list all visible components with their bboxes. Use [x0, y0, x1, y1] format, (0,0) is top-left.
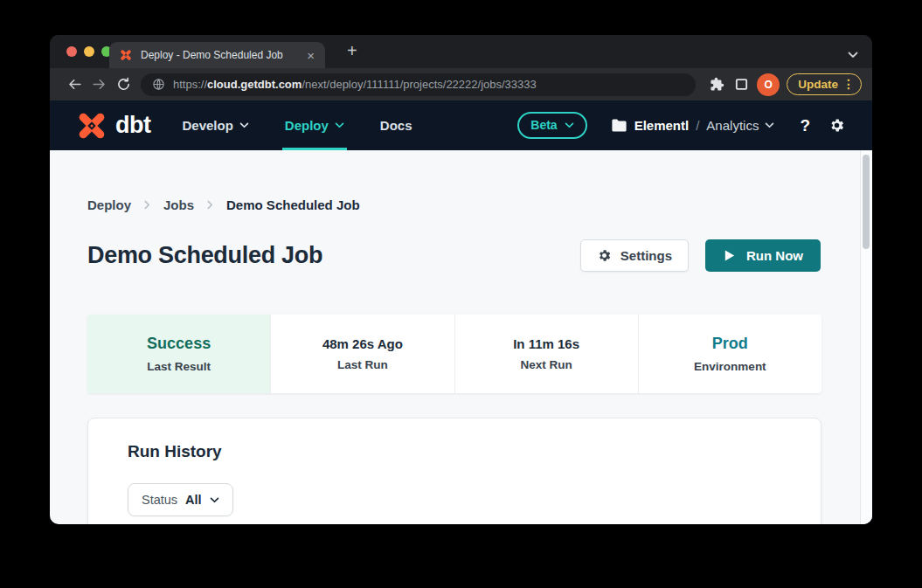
- breadcrumb-jobs[interactable]: Jobs: [163, 197, 194, 212]
- close-window-button[interactable]: [66, 46, 77, 57]
- tab-search-chevron-icon[interactable]: [848, 46, 858, 62]
- last-result-label: Last Result: [147, 360, 211, 373]
- chevron-right-icon: [207, 200, 213, 210]
- page-title: Demo Scheduled Job: [87, 242, 322, 269]
- chevron-down-icon: [239, 122, 249, 128]
- next-run-value: In 11m 16s: [513, 336, 579, 351]
- browser-menu-icon[interactable]: ⋮: [842, 77, 855, 91]
- last-result-value: Success: [147, 335, 211, 353]
- gear-icon: [597, 248, 612, 263]
- chevron-right-icon: [144, 200, 150, 210]
- update-browser-button[interactable]: Update ⋮: [787, 73, 862, 95]
- folder-icon: [611, 118, 627, 133]
- environment-value: Prod: [712, 335, 748, 353]
- job-stats-row: Success Last Result 48m 26s Ago Last Run…: [87, 315, 821, 393]
- breadcrumb-current: Demo Scheduled Job: [226, 197, 360, 212]
- settings-gear-icon[interactable]: [828, 117, 845, 134]
- dbt-logo-icon: [74, 108, 109, 143]
- stat-last-result: Success Last Result: [87, 315, 271, 393]
- extensions-puzzle-icon[interactable]: [704, 73, 729, 97]
- run-history-title: Run History: [128, 442, 821, 461]
- side-panel-icon[interactable]: [729, 73, 753, 97]
- run-history-card: Run History Status All: [87, 418, 821, 524]
- url-address-bar[interactable]: https://cloud.getdbt.com/next/deploy/111…: [141, 73, 696, 96]
- play-icon: [723, 249, 736, 262]
- scrollbar-thumb[interactable]: [863, 155, 870, 249]
- tab-strip: Deploy - Demo Scheduled Job × +: [50, 35, 872, 68]
- breadcrumb: Deploy Jobs Demo Scheduled Job: [87, 197, 360, 212]
- dbt-brand[interactable]: dbt: [74, 108, 150, 143]
- dbt-favicon-icon: [119, 48, 133, 62]
- main-nav: Develop Deploy Docs: [182, 100, 447, 150]
- status-filter-dropdown[interactable]: Status All: [128, 483, 233, 516]
- site-globe-icon[interactable]: [152, 78, 165, 91]
- chevron-down-icon: [765, 122, 774, 128]
- navbar-right: Beta Elementl / Analytics ?: [517, 112, 845, 139]
- browser-tab[interactable]: Deploy - Demo Scheduled Job ×: [109, 42, 325, 68]
- nav-item-deploy[interactable]: Deploy: [285, 100, 344, 150]
- tab-close-icon[interactable]: ×: [303, 47, 318, 64]
- back-icon[interactable]: [62, 73, 87, 97]
- job-settings-button[interactable]: Settings: [580, 239, 689, 272]
- page-content: Deploy Jobs Demo Scheduled Job Demo Sche…: [50, 150, 872, 524]
- browser-toolbar: https://cloud.getdbt.com/next/deploy/111…: [50, 68, 872, 100]
- chevron-down-icon: [565, 122, 574, 128]
- stat-environment: Prod Environment: [639, 315, 821, 393]
- dbt-brand-text: dbt: [115, 112, 150, 139]
- update-label: Update: [798, 78, 838, 91]
- beta-dropdown-button[interactable]: Beta: [517, 112, 586, 139]
- tab-title-fade: [282, 49, 303, 61]
- chevron-down-icon: [335, 122, 344, 128]
- stat-next-run: In 11m 16s Next Run: [455, 315, 639, 393]
- browser-window: Deploy - Demo Scheduled Job × + https://…: [50, 35, 872, 524]
- reload-icon[interactable]: [111, 73, 135, 97]
- nav-item-docs[interactable]: Docs: [380, 100, 412, 150]
- stat-last-run: 48m 26s Ago Last Run: [271, 315, 454, 393]
- next-run-label: Next Run: [520, 358, 572, 371]
- project-name[interactable]: Analytics: [706, 118, 774, 133]
- project-switcher[interactable]: Elementl / Analytics: [611, 118, 775, 133]
- last-run-label: Last Run: [337, 358, 388, 371]
- minimize-window-button[interactable]: [84, 46, 94, 57]
- tab-title: Deploy - Demo Scheduled Job: [141, 49, 303, 61]
- chevron-down-icon: [210, 497, 219, 503]
- scrollbar-track[interactable]: [860, 150, 872, 524]
- nav-item-develop[interactable]: Develop: [182, 100, 248, 150]
- account-project-separator: /: [696, 118, 699, 133]
- title-row: Demo Scheduled Job Settings Run Now: [87, 239, 821, 272]
- last-run-value: 48m 26s Ago: [322, 336, 403, 351]
- environment-label: Environment: [694, 360, 766, 373]
- new-tab-button[interactable]: +: [340, 38, 364, 64]
- help-icon[interactable]: ?: [800, 116, 810, 135]
- dbt-navbar: dbt Develop Deploy Docs Beta Elementl: [50, 100, 872, 150]
- forward-icon[interactable]: [87, 73, 111, 97]
- url-text: https://cloud.getdbt.com/next/deploy/111…: [173, 78, 537, 91]
- breadcrumb-deploy[interactable]: Deploy: [87, 197, 131, 212]
- account-name: Elementl: [634, 118, 690, 133]
- run-now-button[interactable]: Run Now: [705, 239, 821, 272]
- traffic-lights: [66, 46, 112, 57]
- profile-avatar[interactable]: O: [757, 73, 780, 96]
